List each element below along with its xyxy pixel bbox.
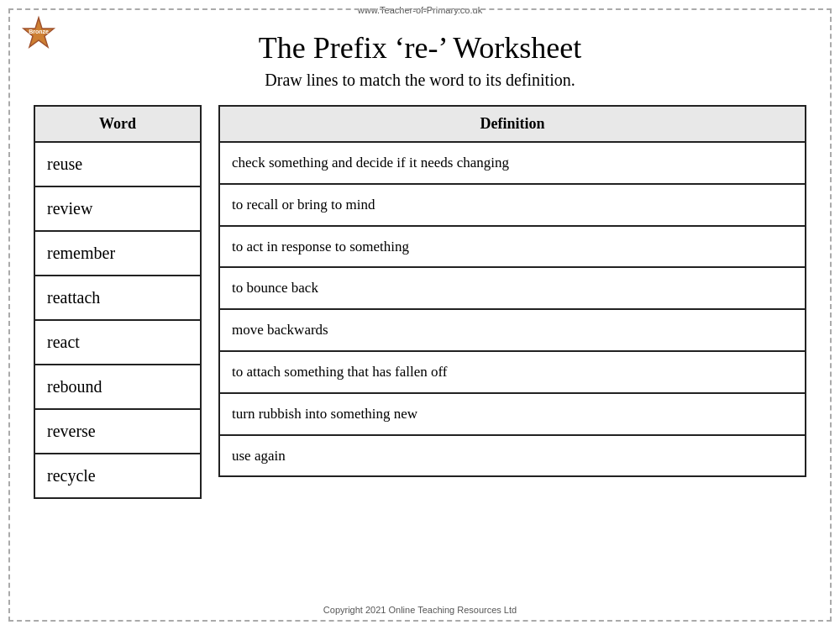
bronze-badge: Bronze <box>18 15 59 55</box>
definition-cell: to bounce back <box>219 267 806 309</box>
definition-row: to recall or bring to mind <box>219 184 806 226</box>
word-row: recycle <box>34 454 201 498</box>
definition-cell: check something and decide if it needs c… <box>219 142 806 184</box>
definition-cell: to act in response to something <box>219 226 806 268</box>
word-cell: reverse <box>34 409 201 454</box>
definition-row: use again <box>219 435 806 477</box>
page-subtitle: Draw lines to match the word to its defi… <box>0 71 840 90</box>
definition-row: move backwards <box>219 309 806 351</box>
word-row: react <box>34 320 201 365</box>
svg-text:Bronze: Bronze <box>29 29 49 34</box>
definition-row: check something and decide if it needs c… <box>219 142 806 184</box>
definition-cell: to attach something that has fallen off <box>219 351 806 393</box>
word-row: rebound <box>34 365 201 409</box>
content-area: Word reusereviewrememberreattachreactreb… <box>0 105 840 499</box>
word-cell: review <box>34 186 201 231</box>
definition-cell: turn rubbish into something new <box>219 393 806 435</box>
word-row: reattach <box>34 276 201 320</box>
word-row: remember <box>34 231 201 276</box>
definition-row: to bounce back <box>219 267 806 309</box>
footer-copyright: Copyright 2021 Online Teaching Resources… <box>0 605 840 615</box>
word-cell: reattach <box>34 276 201 320</box>
definitions-table: Definition check something and decide if… <box>218 105 806 477</box>
words-table: Word reusereviewrememberreattachreactreb… <box>34 105 202 499</box>
word-cell: reuse <box>34 142 201 186</box>
definitions-column-header: Definition <box>219 106 806 142</box>
definition-row: to act in response to something <box>219 226 806 268</box>
word-cell: rebound <box>34 365 201 409</box>
words-column-header: Word <box>34 106 201 142</box>
word-row: review <box>34 186 201 231</box>
page-title: The Prefix ‘re-’ Worksheet <box>0 15 840 71</box>
definition-cell: move backwards <box>219 309 806 351</box>
definition-cell: use again <box>219 435 806 477</box>
website-url: www.Teacher-of-Primary.co.uk <box>0 0 840 15</box>
definition-cell: to recall or bring to mind <box>219 184 806 226</box>
word-cell: react <box>34 320 201 365</box>
definition-row: turn rubbish into something new <box>219 393 806 435</box>
word-cell: remember <box>34 231 201 276</box>
word-row: reverse <box>34 409 201 454</box>
word-row: reuse <box>34 142 201 186</box>
word-cell: recycle <box>34 454 201 498</box>
definition-row: to attach something that has fallen off <box>219 351 806 393</box>
